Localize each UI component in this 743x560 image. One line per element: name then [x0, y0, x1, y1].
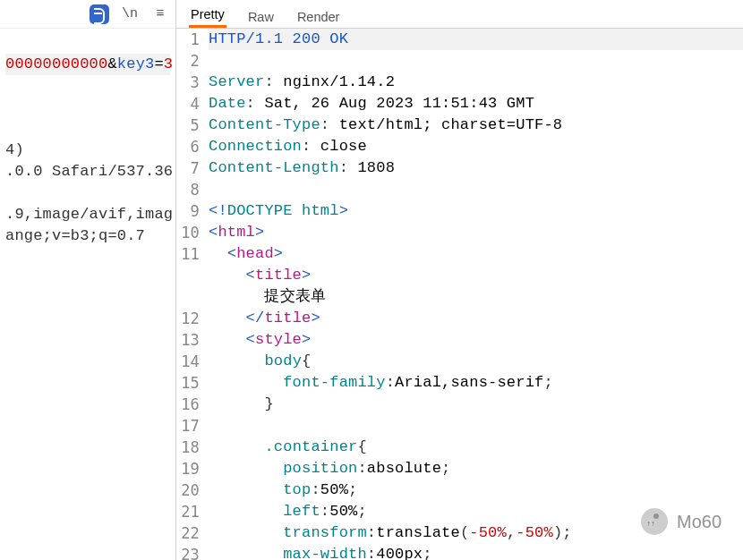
code-line: position:absolute;	[209, 460, 450, 477]
line-number: 3	[176, 72, 200, 93]
code-line: <!DOCTYPE html>	[209, 202, 348, 219]
request-body[interactable]: 00000000000&key3=3 4) .0.0 Safari/537.36…	[0, 29, 175, 250]
wechat-icon	[641, 508, 668, 535]
line-number: 5	[176, 115, 200, 136]
code-line: HTTP/1.1 200 OK	[209, 29, 743, 50]
code-line: <head>	[209, 245, 283, 262]
tab-raw[interactable]: Raw	[246, 4, 276, 28]
code-line: transform:translate(-50%,-50%);	[209, 524, 572, 541]
code-line: Server: nginx/1.14.2	[209, 73, 395, 90]
line-number: 15	[176, 372, 200, 394]
watermark-text: Mo60	[677, 512, 722, 532]
code-line: Content-Type: text/html; charset=UTF-8	[209, 116, 562, 133]
wrap-lines-icon[interactable]: \n	[120, 4, 140, 24]
code-line: .container{	[209, 438, 367, 455]
code-line: body{	[209, 352, 311, 369]
code-line: Connection: close	[209, 138, 367, 155]
code-line: </title>	[209, 310, 320, 327]
request-toolbar: \n ≡	[0, 0, 175, 29]
code-line: left:50%;	[209, 503, 367, 520]
code-line: <title>	[209, 267, 311, 284]
response-panel: Pretty Raw Render 1234567891011121314151…	[176, 0, 743, 560]
line-number: 23	[176, 544, 200, 560]
menu-icon[interactable]: ≡	[150, 4, 170, 24]
line-number: 4	[176, 93, 200, 115]
line-number	[176, 265, 200, 286]
code-line: Content-Length: 1808	[209, 159, 395, 176]
line-number: 1	[176, 29, 200, 50]
line-number: 19	[176, 458, 200, 479]
response-code[interactable]: HTTP/1.1 200 OK Server: nginx/1.14.2 Dat…	[205, 29, 743, 560]
line-number: 7	[176, 157, 200, 179]
line-number: 2	[176, 50, 200, 72]
code-line: <style>	[209, 331, 311, 348]
burp-logo-icon[interactable]	[90, 4, 109, 24]
line-number: 10	[176, 222, 200, 243]
line-number: 21	[176, 501, 200, 522]
response-code-area[interactable]: 1234567891011121314151617181920212223 HT…	[176, 29, 743, 560]
request-line-1: 00000000000&key3=3	[5, 54, 170, 75]
line-number: 8	[176, 179, 200, 200]
line-number: 11	[176, 243, 200, 265]
code-line: top:50%;	[209, 481, 357, 498]
request-line-4: .0.0 Safari/537.36	[5, 163, 173, 180]
code-line: max-width:400px;	[209, 546, 432, 560]
line-number: 20	[176, 479, 200, 501]
line-number: 16	[176, 394, 200, 415]
line-number: 17	[176, 415, 200, 437]
request-panel: \n ≡ 00000000000&key3=3 4) .0.0 Safari/5…	[0, 0, 176, 560]
code-line: font-family:Arial,sans-serif;	[209, 374, 553, 391]
line-number: 12	[176, 308, 200, 329]
line-number: 13	[176, 329, 200, 351]
request-line-3: 4)	[5, 141, 24, 158]
response-tabs: Pretty Raw Render	[176, 0, 743, 29]
line-number: 14	[176, 351, 200, 372]
code-line	[209, 417, 218, 434]
code-line: }	[209, 395, 274, 412]
line-number: 9	[176, 200, 200, 222]
code-line: 提交表单	[209, 288, 326, 305]
tab-render[interactable]: Render	[295, 4, 342, 28]
request-line-6: .9,image/avif,imag	[5, 206, 173, 223]
line-number-gutter: 1234567891011121314151617181920212223	[176, 29, 205, 560]
line-number: 6	[176, 136, 200, 157]
tab-pretty[interactable]: Pretty	[189, 2, 226, 28]
line-number: 18	[176, 437, 200, 458]
line-number: 22	[176, 522, 200, 544]
code-line: Date: Sat, 26 Aug 2023 11:51:43 GMT	[209, 95, 534, 112]
request-line-7: ange;v=b3;q=0.7	[5, 227, 145, 244]
code-line	[209, 181, 218, 198]
code-line: <html>	[209, 224, 264, 241]
line-number	[176, 286, 200, 308]
watermark: Mo60	[641, 508, 722, 535]
